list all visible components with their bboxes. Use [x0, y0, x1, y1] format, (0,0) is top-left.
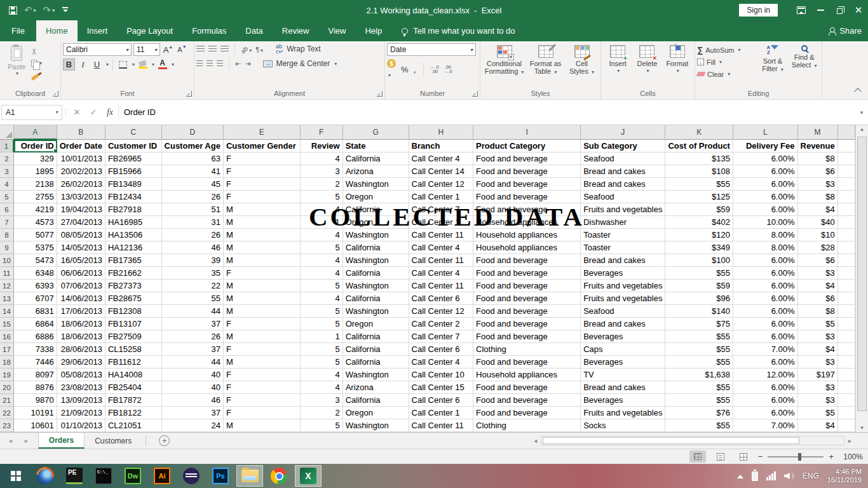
- orientation-button[interactable]: ab▾: [241, 43, 252, 55]
- cell-L9[interactable]: 8.00%: [733, 241, 798, 254]
- cell-C16[interactable]: FB27509: [105, 330, 162, 343]
- borders-dropdown-icon[interactable]: ▾: [132, 62, 135, 67]
- cell-A20[interactable]: 8876: [14, 381, 57, 394]
- tab-help[interactable]: Help: [355, 20, 391, 41]
- cell-B17[interactable]: 28/06/2013: [57, 343, 105, 356]
- share-button[interactable]: Share: [828, 20, 862, 41]
- cell-L10[interactable]: 6.00%: [733, 254, 798, 267]
- cell-N5[interactable]: [838, 191, 855, 203]
- percent-style-button[interactable]: %: [401, 65, 409, 74]
- sort-filter-button[interactable]: AZ Sort & Filter ▾: [757, 43, 789, 89]
- column-header-L[interactable]: L: [733, 125, 798, 140]
- row-header-8[interactable]: 8: [0, 229, 14, 241]
- cell-J13[interactable]: Fruits and vegetables: [581, 292, 665, 305]
- cell-F16[interactable]: 1: [301, 330, 343, 343]
- cell-B13[interactable]: 14/06/2013: [57, 292, 105, 305]
- reading-order-button[interactable]: ¶▾: [255, 43, 263, 55]
- cell-B20[interactable]: 23/08/2013: [57, 381, 105, 394]
- cell-L1[interactable]: Delivery Fee: [733, 140, 798, 152]
- cell-L14[interactable]: 6.00%: [733, 305, 798, 318]
- cell-K17[interactable]: $55: [665, 343, 733, 356]
- cell-E7[interactable]: M: [224, 216, 301, 229]
- cell-B2[interactable]: 10/01/2013: [57, 152, 105, 165]
- cell-I19[interactable]: Household appliances: [473, 369, 581, 381]
- horizontal-scrollbar-thumb[interactable]: [543, 437, 799, 444]
- align-middle-button[interactable]: [208, 46, 217, 52]
- cell-K13[interactable]: $96: [665, 292, 733, 305]
- scroll-right-icon[interactable]: ►: [844, 438, 855, 444]
- cell-N15[interactable]: [838, 318, 855, 330]
- cell-C1[interactable]: Customer ID: [105, 140, 162, 152]
- cell-I13[interactable]: Food and beverage: [473, 292, 581, 305]
- cell-D17[interactable]: 37: [162, 343, 224, 356]
- sheet-tab-customers[interactable]: Customers: [85, 433, 142, 449]
- cell-J21[interactable]: Beverages: [581, 394, 665, 407]
- cell-M11[interactable]: $3: [798, 267, 838, 280]
- clipboard-dialog-launcher[interactable]: [53, 91, 58, 97]
- row-header-15[interactable]: 15: [0, 318, 14, 330]
- vertical-scrollbar[interactable]: ▲ ▼: [855, 125, 868, 432]
- row-header-22[interactable]: 22: [0, 407, 14, 419]
- cell-H22[interactable]: Call Center 1: [409, 407, 474, 419]
- clear-button[interactable]: Clear▾: [697, 69, 757, 79]
- column-header-J[interactable]: J: [581, 125, 665, 140]
- cell-H9[interactable]: Call Center 4: [409, 241, 474, 254]
- cell-N1[interactable]: [838, 140, 855, 152]
- increase-indent-button[interactable]: ⇥: [245, 60, 250, 68]
- row-header-7[interactable]: 7: [0, 216, 14, 229]
- cell-L12[interactable]: 6.00%: [733, 280, 798, 292]
- cell-J16[interactable]: Beverages: [581, 330, 665, 343]
- cell-F22[interactable]: 2: [301, 407, 343, 419]
- cell-H13[interactable]: Call Center 6: [409, 292, 474, 305]
- cell-H19[interactable]: Call Center 10: [409, 369, 474, 381]
- undo-button[interactable]: ↶▾: [24, 4, 36, 16]
- cell-E20[interactable]: F: [224, 381, 301, 394]
- sheet-prev-icon[interactable]: ◄: [8, 438, 13, 444]
- tab-insert[interactable]: Insert: [78, 20, 118, 41]
- cell-C5[interactable]: FB12434: [105, 191, 162, 203]
- decrease-indent-button[interactable]: ⇤: [235, 60, 241, 68]
- horizontal-scrollbar[interactable]: ◄ ►: [530, 435, 855, 446]
- cell-G15[interactable]: Oregon: [343, 318, 409, 330]
- cell-N3[interactable]: [838, 165, 855, 178]
- cell-M21[interactable]: $3: [798, 394, 838, 407]
- cell-G23[interactable]: Washington: [343, 419, 409, 432]
- cell-F10[interactable]: 4: [301, 254, 343, 267]
- cell-H16[interactable]: Call Center 7: [409, 330, 474, 343]
- cell-N17[interactable]: [838, 343, 855, 356]
- cell-styles-button[interactable]: Cell Styles ▾: [566, 43, 598, 89]
- cell-C10[interactable]: FB17365: [105, 254, 162, 267]
- cell-H3[interactable]: Call Center 14: [409, 165, 474, 178]
- cell-C6[interactable]: FB27918: [105, 203, 162, 216]
- cell-G19[interactable]: Washington: [343, 369, 409, 381]
- cell-K23[interactable]: $55: [665, 419, 733, 432]
- cell-H2[interactable]: Call Center 4: [409, 152, 474, 165]
- cell-E9[interactable]: M: [224, 241, 301, 254]
- increase-decimal-button[interactable]: ←.0.00: [431, 65, 439, 74]
- column-header-B[interactable]: B: [57, 125, 105, 140]
- cell-K3[interactable]: $108: [665, 165, 733, 178]
- page-layout-view-button[interactable]: [712, 451, 729, 463]
- cell-M22[interactable]: $5: [798, 407, 838, 419]
- increase-font-button[interactable]: A▲: [162, 44, 174, 56]
- font-color-button[interactable]: A: [156, 58, 168, 71]
- cell-E5[interactable]: F: [224, 191, 301, 203]
- row-header-4[interactable]: 4: [0, 178, 14, 191]
- row-header-3[interactable]: 3: [0, 165, 14, 178]
- undo-dropdown-icon[interactable]: ▾: [34, 8, 36, 13]
- cell-C3[interactable]: FB15966: [105, 165, 162, 178]
- cancel-icon[interactable]: ✕: [69, 107, 85, 117]
- column-header-A[interactable]: A: [14, 125, 57, 140]
- column-header-H[interactable]: H: [409, 125, 474, 140]
- ribbon-display-options-button[interactable]: [792, 0, 811, 20]
- network-signal-icon[interactable]: [766, 471, 776, 480]
- cell-N14[interactable]: [838, 305, 855, 318]
- cell-M14[interactable]: $8: [798, 305, 838, 318]
- row-header-11[interactable]: 11: [0, 267, 14, 280]
- cell-C21[interactable]: FB17872: [105, 394, 162, 407]
- cell-F23[interactable]: 5: [301, 419, 343, 432]
- new-sheet-button[interactable]: +: [159, 435, 170, 446]
- accounting-format-button[interactable]: $▾: [387, 59, 396, 79]
- cell-G11[interactable]: California: [343, 267, 409, 280]
- cell-J15[interactable]: Bread and cakes: [581, 318, 665, 330]
